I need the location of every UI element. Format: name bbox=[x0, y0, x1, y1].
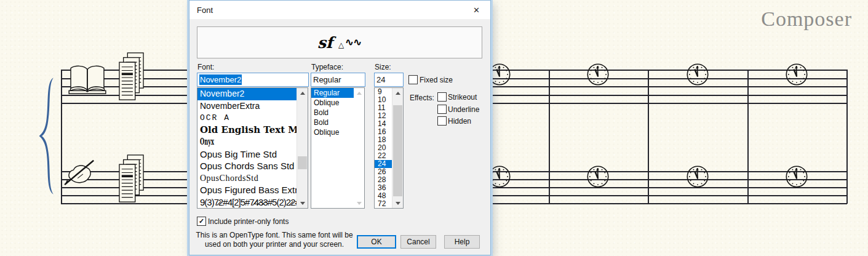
help-button[interactable]: Help bbox=[444, 235, 480, 249]
typeface-input-value: Regular bbox=[313, 75, 341, 84]
clock-rest-icon[interactable] bbox=[686, 165, 709, 188]
typeface-list-item[interactable]: Oblique bbox=[311, 98, 354, 108]
clock-rest-icon[interactable] bbox=[488, 63, 511, 86]
open-book-clef-icon[interactable] bbox=[68, 64, 107, 96]
barline bbox=[747, 70, 749, 204]
font-input[interactable]: November2 bbox=[197, 73, 309, 87]
typeface-list-item[interactable]: Bold Oblique bbox=[311, 118, 354, 127]
clock-rest-icon[interactable] bbox=[785, 165, 808, 188]
font-label: Font: bbox=[197, 63, 214, 71]
cancel-button[interactable]: Cancel bbox=[400, 235, 436, 249]
preview-glyph-sf: sf bbox=[317, 34, 333, 52]
size-list-scrollbar[interactable] bbox=[392, 88, 403, 208]
opentype-info-text: This is an OpenType font. This same font… bbox=[194, 231, 354, 249]
dialog-title: Font bbox=[197, 6, 213, 15]
font-list-item[interactable]: OpusChordsStd bbox=[197, 172, 297, 185]
size-label: Size: bbox=[375, 63, 391, 71]
font-list-item[interactable]: 9(3)7̷2#4[2]5#7̷4̷3̷3#5(2)2̷2#2 bbox=[197, 196, 297, 209]
barline bbox=[549, 70, 550, 204]
font-list-scrollbar[interactable] bbox=[297, 88, 308, 208]
effects-label: Effects: bbox=[410, 94, 434, 102]
barline bbox=[648, 70, 649, 204]
strikeout-checkbox[interactable] bbox=[437, 92, 447, 102]
scroll-down-icon[interactable] bbox=[392, 198, 403, 208]
check-icon: ✓ bbox=[199, 217, 204, 225]
scroll-up-icon bbox=[354, 88, 364, 98]
paper-stack-icon[interactable] bbox=[118, 52, 145, 102]
strikeout-label: Strikeout bbox=[448, 93, 477, 102]
scroll-down-icon bbox=[354, 198, 364, 208]
preview-glyph-triangle: △ bbox=[338, 41, 344, 49]
dialog-titlebar[interactable]: Font ✕ bbox=[189, 1, 490, 19]
clock-rest-icon[interactable] bbox=[686, 63, 709, 86]
barline bbox=[846, 70, 848, 204]
underline-checkbox[interactable] bbox=[437, 105, 447, 114]
composer-title: Composer bbox=[761, 7, 852, 31]
font-list-item[interactable]: Onyx bbox=[197, 136, 297, 148]
include-printer-fonts-checkbox[interactable]: ✓ bbox=[197, 217, 206, 226]
size-input[interactable]: 24 bbox=[374, 73, 404, 87]
ok-button[interactable]: OK bbox=[357, 235, 396, 249]
typeface-list-item[interactable]: Regular bbox=[311, 88, 354, 98]
preview-glyph-squiggle: ∿∿ bbox=[345, 36, 362, 48]
close-icon[interactable]: ✕ bbox=[463, 1, 490, 19]
size-listbox: 9 10 11 12 14 16 18 20 22 24 26 28 36 48… bbox=[374, 87, 404, 209]
size-list-item[interactable]: 72 bbox=[375, 200, 392, 208]
paper-stack-icon[interactable] bbox=[118, 154, 145, 204]
size-input-value: 24 bbox=[376, 75, 385, 84]
typeface-listbox: Regular Oblique Bold Bold Oblique bbox=[311, 87, 365, 209]
scrollbar-thumb[interactable] bbox=[298, 156, 307, 169]
typeface-label: Typeface: bbox=[311, 63, 343, 71]
hidden-checkbox[interactable] bbox=[437, 116, 447, 126]
font-list-item[interactable]: Opus Chords Sans Std bbox=[197, 160, 297, 172]
fixed-size-checkbox[interactable] bbox=[408, 75, 418, 84]
typeface-list-scrollbar bbox=[354, 88, 364, 208]
clock-rest-icon[interactable] bbox=[586, 165, 610, 188]
typeface-list-item[interactable]: Bold bbox=[311, 108, 354, 118]
include-printer-fonts-label: Include printer-only fonts bbox=[208, 217, 289, 226]
font-list-item[interactable]: Opus Figured Bass Extras S bbox=[197, 184, 297, 196]
scroll-up-icon[interactable] bbox=[392, 88, 403, 98]
font-input-value: November2 bbox=[199, 74, 242, 85]
application-window: Composer bbox=[0, 0, 868, 256]
font-listbox: November2 NovemberExtra OCR A Old Englis… bbox=[197, 87, 308, 209]
system-brace-icon bbox=[38, 67, 57, 205]
font-list-item[interactable]: NovemberExtra bbox=[197, 100, 297, 113]
font-preview-box: sf △ ∿∿ bbox=[197, 26, 482, 58]
quill-hand-clef-icon[interactable] bbox=[63, 158, 100, 187]
hidden-label: Hidden bbox=[448, 117, 471, 126]
typeface-input[interactable]: Regular bbox=[311, 73, 365, 87]
barline bbox=[61, 70, 62, 204]
scroll-up-icon[interactable] bbox=[297, 88, 308, 98]
clock-rest-icon[interactable] bbox=[785, 63, 808, 86]
font-list-item[interactable]: OCR A bbox=[197, 112, 297, 124]
scroll-down-icon[interactable] bbox=[297, 198, 308, 208]
underline-label: Underline bbox=[448, 105, 479, 114]
font-list-item[interactable]: Old English Text MT bbox=[197, 124, 297, 137]
font-dialog: Font ✕ sf △ ∿∿ Font: Typeface: Size: Nov… bbox=[189, 0, 491, 255]
scrollbar-thumb[interactable] bbox=[393, 105, 402, 196]
clock-rest-icon[interactable] bbox=[488, 165, 511, 188]
font-list-item[interactable]: Opus Big Time Std bbox=[197, 148, 297, 161]
clock-rest-icon[interactable] bbox=[586, 63, 610, 86]
fixed-size-label: Fixed size bbox=[420, 76, 453, 84]
font-list-item[interactable]: November2 bbox=[197, 88, 297, 100]
